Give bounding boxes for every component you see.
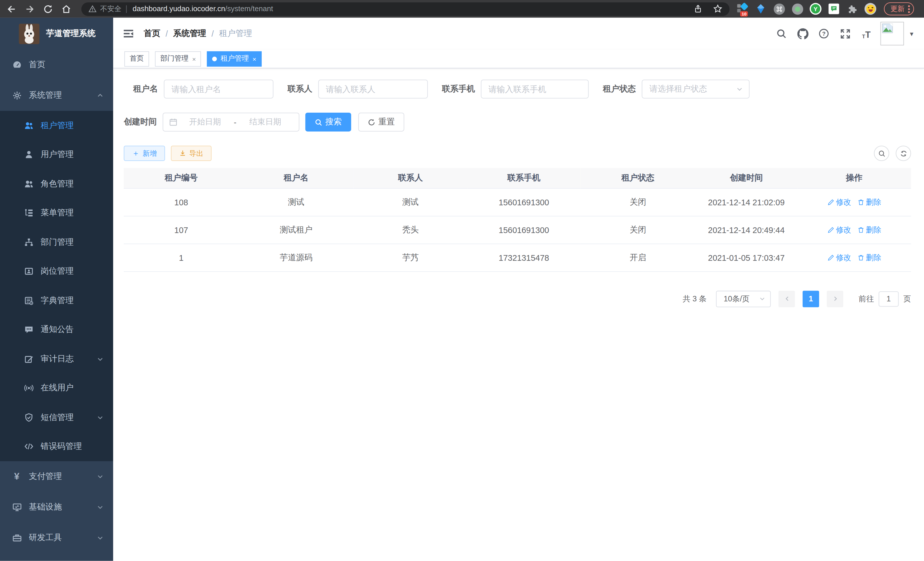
tab-dept[interactable]: 部门管理 × [155, 51, 201, 66]
toggle-search-button[interactable] [874, 146, 890, 161]
search-icon [315, 118, 322, 126]
extension-icons: 10 Y [736, 3, 883, 15]
browser-home-button[interactable] [61, 3, 71, 14]
extension-y-icon[interactable]: Y [810, 3, 821, 15]
extension-gem-icon[interactable] [755, 3, 766, 15]
goto-page-input[interactable] [879, 291, 898, 307]
sidebar-item-infra[interactable]: 基础设施 [0, 492, 113, 522]
sidebar-item-online-user[interactable]: 在线用户 [0, 374, 113, 403]
github-link[interactable] [797, 28, 808, 39]
chevron-left-icon [783, 295, 790, 302]
add-button[interactable]: ＋ 新增 [124, 146, 165, 161]
sidebar-item-tenant[interactable]: 租户管理 [0, 111, 113, 140]
avatar-caret-icon[interactable]: ▼ [909, 30, 915, 37]
browser-back-button[interactable] [6, 3, 16, 14]
extension-emoji-icon[interactable] [865, 3, 876, 15]
browser-forward-button[interactable] [24, 3, 35, 14]
browser-update-button[interactable]: 更新 [884, 2, 914, 15]
tab-tenant[interactable]: 租户管理 × [207, 51, 262, 66]
extension-dot-icon[interactable] [791, 3, 803, 15]
prev-page-button[interactable] [778, 290, 795, 307]
sidebar-item-notice[interactable]: 通知公告 [0, 315, 113, 344]
browser-menu-kebab-icon[interactable] [908, 4, 910, 13]
top-navbar: 首页 / 系统管理 / 租户管理 ? TT ▼ [113, 18, 924, 50]
export-button[interactable]: 导出 [171, 146, 212, 161]
sidebar-item-label: 审计日志 [40, 354, 97, 364]
sidebar-item-label: 岗位管理 [40, 266, 104, 277]
sidebar-item-devtool[interactable]: 研发工具 [0, 522, 113, 553]
sidebar-item-sms[interactable]: 短信管理 [0, 403, 113, 432]
fullscreen-button[interactable] [839, 28, 851, 39]
phone-label: 联系手机 [442, 84, 475, 94]
avatar[interactable] [880, 22, 904, 45]
refresh-table-button[interactable] [896, 146, 911, 161]
post-badge-icon [24, 266, 34, 277]
header-search-button[interactable] [776, 28, 787, 39]
page-number-button[interactable]: 1 [802, 290, 819, 307]
pencil-icon [827, 254, 834, 261]
browser-reload-button[interactable] [43, 3, 53, 14]
date-range-picker[interactable]: 开始日期 - 结束日期 [163, 113, 299, 132]
reset-button[interactable]: 重置 [358, 113, 404, 132]
logo[interactable]: 芋道管理系统 [0, 18, 113, 50]
extension-chat-icon[interactable] [828, 3, 840, 15]
extensions-puzzle-icon[interactable] [846, 3, 858, 15]
edit-link[interactable]: 修改 [827, 197, 851, 207]
trash-icon [857, 199, 864, 206]
sidebar-item-home[interactable]: 首页 [0, 50, 113, 80]
sidebar-item-post[interactable]: 岗位管理 [0, 257, 113, 286]
pencil-icon [827, 226, 834, 233]
delete-link[interactable]: 删除 [857, 224, 881, 235]
trash-icon [857, 226, 864, 233]
url-bar[interactable]: 不安全 dashboard.yudao.iocoder.cn/system/te… [81, 2, 730, 15]
delete-link[interactable]: 删除 [857, 197, 881, 207]
sidebar-item-dept[interactable]: 部门管理 [0, 228, 113, 257]
contact-label: 联系人 [288, 84, 313, 94]
reload-icon [43, 4, 53, 14]
page-size-select[interactable]: 10条/页 [716, 290, 771, 307]
sidebar-collapse-button[interactable] [123, 28, 134, 39]
fullscreen-icon [839, 28, 850, 39]
search-button[interactable]: 搜索 [305, 113, 351, 132]
tab-home[interactable]: 首页 [124, 51, 149, 66]
start-date-placeholder[interactable]: 开始日期 [177, 117, 232, 127]
sidebar-item-dict[interactable]: 字典管理 [0, 286, 113, 315]
sidebar-item-label: 错误码管理 [40, 441, 104, 452]
chevron-right-icon [832, 295, 838, 302]
sidebar-item-pay[interactable]: ¥ 支付管理 [0, 461, 113, 492]
bookmark-star-button[interactable] [713, 4, 723, 14]
sidebar-item-menu[interactable]: 菜单管理 [0, 199, 113, 228]
chevron-down-icon [97, 414, 104, 421]
github-icon [797, 28, 808, 39]
phone-input[interactable] [481, 80, 589, 98]
sidebar-item-system[interactable]: 系统管理 [0, 80, 113, 111]
close-icon[interactable]: × [192, 55, 196, 62]
close-icon[interactable]: × [253, 55, 256, 62]
pagination: 共 3 条 10条/页 1 前往 页 [124, 290, 911, 307]
breadcrumb-system[interactable]: 系统管理 [173, 28, 206, 39]
forward-arrow-icon [25, 4, 34, 14]
tenant-name-input[interactable] [164, 80, 273, 98]
sidebar-item-label: 在线用户 [40, 383, 104, 393]
sidebar-item-label: 部门管理 [40, 237, 104, 248]
active-tab-dot [212, 56, 217, 61]
delete-link[interactable]: 删除 [857, 252, 881, 263]
next-page-button[interactable] [827, 290, 843, 307]
help-button[interactable]: ? [818, 28, 830, 39]
sidebar-item-audit-log[interactable]: 审计日志 [0, 344, 113, 374]
browser-toolbar: 不安全 dashboard.yudao.iocoder.cn/system/te… [0, 0, 924, 18]
font-size-button[interactable]: TT [860, 28, 872, 39]
sidebar-item-error-code[interactable]: 错误码管理 [0, 432, 113, 461]
sidebar-item-role[interactable]: 角色管理 [0, 169, 113, 199]
star-icon [713, 4, 723, 14]
sidebar-item-user[interactable]: 用户管理 [0, 140, 113, 169]
status-select[interactable]: 请选择租户状态 [642, 80, 749, 98]
breadcrumb-home[interactable]: 首页 [144, 28, 160, 39]
edit-link[interactable]: 修改 [827, 252, 851, 263]
extension-command-icon[interactable] [773, 3, 785, 15]
share-button[interactable] [694, 4, 703, 13]
extension-blocks-icon[interactable]: 10 [736, 3, 748, 15]
end-date-placeholder[interactable]: 结束日期 [238, 117, 293, 127]
contact-input[interactable] [318, 80, 428, 98]
edit-link[interactable]: 修改 [827, 224, 851, 235]
